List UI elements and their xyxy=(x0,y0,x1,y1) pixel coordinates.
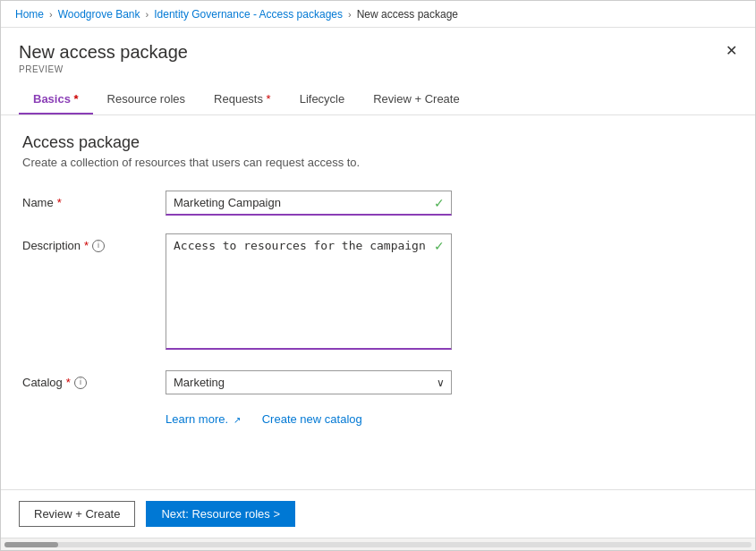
breadcrumb: Home › Woodgrove Bank › Identity Governa… xyxy=(1,1,755,28)
desc-required-star: * xyxy=(84,239,89,252)
review-create-button[interactable]: Review + Create xyxy=(19,501,135,527)
breadcrumb-home[interactable]: Home xyxy=(15,8,44,21)
catalog-required-star: * xyxy=(66,376,71,389)
description-textarea[interactable]: Access to resources for the campaign xyxy=(166,233,452,350)
breadcrumb-sep-2: › xyxy=(146,9,149,20)
scrollbar-track xyxy=(4,542,752,547)
learn-more-link[interactable]: Learn more. ↗ xyxy=(166,412,241,426)
tab-review-create[interactable]: Review + Create xyxy=(359,85,473,114)
desc-info-icon: i xyxy=(92,240,105,252)
tab-requests[interactable]: Requests * xyxy=(200,85,285,114)
description-input-wrapper: Access to resources for the campaign ✓ xyxy=(166,233,452,352)
breadcrumb-current: New access package xyxy=(357,8,458,21)
tab-basics[interactable]: Basics * xyxy=(19,85,93,114)
tab-resource-roles[interactable]: Resource roles xyxy=(93,85,200,114)
catalog-select[interactable]: Marketing General Custom xyxy=(166,370,452,394)
breadcrumb-identity-governance[interactable]: Identity Governance - Access packages xyxy=(154,8,343,21)
panel-title: New access package xyxy=(19,42,737,63)
panel-footer: Review + Create Next: Resource roles > xyxy=(1,489,755,538)
external-link-icon: ↗ xyxy=(234,415,241,425)
panel-content: Access package Create a collection of re… xyxy=(1,115,755,489)
name-input[interactable] xyxy=(166,191,452,216)
breadcrumb-sep-1: › xyxy=(49,9,53,20)
panel-header: New access package PREVIEW ✕ Basics * Re… xyxy=(1,28,755,115)
horizontal-scrollbar[interactable] xyxy=(1,538,755,550)
catalog-label: Catalog * i xyxy=(22,370,166,389)
name-row: Name * ✓ xyxy=(22,191,734,216)
tab-lifecycle[interactable]: Lifecycle xyxy=(285,85,360,114)
next-button[interactable]: Next: Resource roles > xyxy=(146,501,295,527)
scrollbar-thumb xyxy=(4,542,58,547)
description-label: Description * i xyxy=(22,233,166,252)
breadcrumb-sep-3: › xyxy=(348,9,352,20)
section-desc: Create a collection of resources that us… xyxy=(22,156,734,169)
links-row: Learn more. ↗ Create new catalog xyxy=(22,412,734,426)
name-input-wrapper: ✓ xyxy=(166,191,452,216)
name-required-star: * xyxy=(57,196,62,209)
tabs-container: Basics * Resource roles Requests * Lifec… xyxy=(19,85,737,114)
create-catalog-link[interactable]: Create new catalog xyxy=(262,412,362,426)
desc-check-icon: ✓ xyxy=(434,239,445,253)
name-label: Name * xyxy=(22,191,166,209)
panel-preview-label: PREVIEW xyxy=(19,64,737,74)
catalog-row: Catalog * i Marketing General Custom ∨ xyxy=(22,370,734,394)
close-button[interactable]: ✕ xyxy=(722,40,741,62)
catalog-select-wrapper: Marketing General Custom ∨ xyxy=(166,370,452,394)
name-check-icon: ✓ xyxy=(434,196,445,210)
breadcrumb-woodgrove[interactable]: Woodgrove Bank xyxy=(58,8,140,21)
section-title: Access package xyxy=(22,133,734,152)
panel: New access package PREVIEW ✕ Basics * Re… xyxy=(1,28,755,538)
description-row: Description * i Access to resources for … xyxy=(22,233,734,352)
catalog-info-icon: i xyxy=(74,377,87,389)
